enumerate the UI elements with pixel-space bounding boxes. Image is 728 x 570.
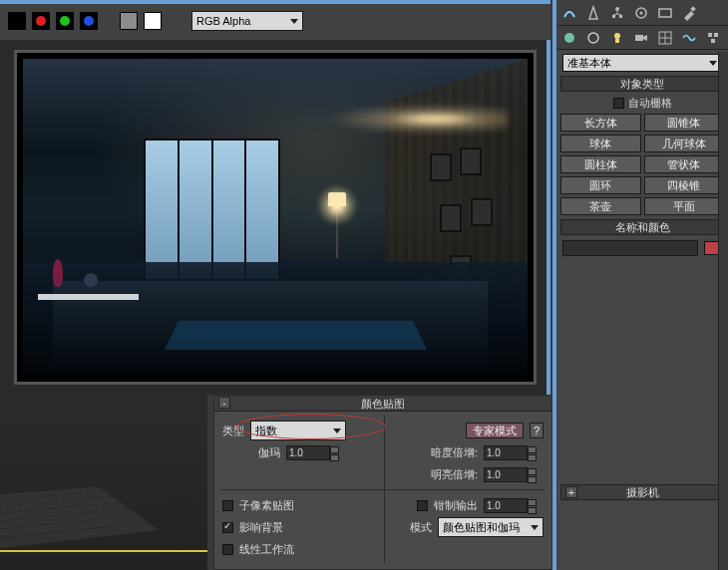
clamp-value: 1.0 — [487, 500, 501, 511]
channel-swatch-rgb[interactable] — [144, 12, 162, 30]
command-panel-tabs — [556, 0, 728, 26]
render-window-toolbar: RGB Alpha — [0, 0, 550, 40]
chevron-down-icon — [290, 19, 298, 24]
subpixel-checkbox[interactable] — [222, 500, 233, 511]
section-name-color[interactable]: 名称和颜色 — [560, 219, 724, 235]
clamp-spinner[interactable]: 1.0 — [484, 498, 528, 513]
type-dropdown[interactable]: 指数 — [250, 421, 346, 440]
affect-bg-label: 影响背景 — [239, 520, 283, 535]
category-dropdown[interactable]: 准基本体 — [562, 54, 722, 72]
floor-tiles — [0, 486, 159, 548]
svg-rect-15 — [708, 33, 712, 37]
geometry-icon[interactable] — [560, 29, 578, 47]
perspective-viewport[interactable] — [0, 395, 207, 570]
mode-dropdown[interactable]: 颜色贴图和伽玛 — [438, 517, 544, 537]
render-frame — [0, 40, 550, 395]
autogrid-label: 自动栅格 — [628, 96, 672, 111]
modify-tab-icon[interactable] — [584, 4, 602, 22]
primitive-button[interactable]: 球体 — [560, 135, 641, 152]
linear-wf-label: 线性工作流 — [239, 542, 294, 557]
display-tab-icon[interactable] — [656, 4, 674, 22]
svg-rect-5 — [659, 9, 671, 17]
channel-swatch-blue[interactable] — [80, 12, 98, 30]
svg-rect-6 — [690, 6, 696, 12]
primitive-button[interactable]: 管状体 — [644, 155, 725, 173]
chevron-down-icon — [531, 525, 539, 530]
channel-dropdown-label: RGB Alpha — [196, 15, 250, 27]
channel-swatch-red[interactable] — [32, 12, 50, 30]
svg-rect-2 — [619, 15, 622, 18]
gamma-label: 伽玛 — [258, 445, 280, 460]
color-mapping-rollout: - 颜色贴图 类型 指数 专家模式 ? 伽玛 1.0 暗度倍增: 1.0 明亮倍… — [213, 395, 552, 570]
gamma-spinner[interactable]: 1.0 — [286, 445, 330, 460]
dark-mult-spinner[interactable]: 1.0 — [484, 445, 528, 460]
mode-value: 颜色贴图和伽玛 — [443, 520, 520, 535]
helpers-icon[interactable] — [656, 29, 674, 47]
svg-rect-16 — [714, 33, 718, 37]
linear-wf-checkbox[interactable] — [222, 544, 233, 555]
primitive-button[interactable]: 平面 — [644, 197, 725, 215]
bright-mult-spinner[interactable]: 1.0 — [484, 467, 528, 482]
clamp-checkbox[interactable] — [417, 500, 428, 511]
cameras-icon[interactable] — [632, 29, 650, 47]
bright-mult-value: 1.0 — [487, 469, 501, 480]
rollout-collapse-button[interactable]: - — [218, 397, 230, 409]
svg-rect-11 — [635, 35, 643, 41]
motion-tab-icon[interactable] — [632, 4, 650, 22]
affect-bg-checkbox[interactable] — [222, 522, 233, 533]
rollout-titlebar[interactable]: - 颜色贴图 — [214, 396, 551, 412]
create-tab-icon[interactable] — [560, 4, 578, 22]
section-expand-icon[interactable]: + — [565, 486, 577, 498]
primitive-button[interactable]: 茶壶 — [560, 197, 641, 215]
type-value: 指数 — [255, 424, 277, 438]
rollout-title: 颜色贴图 — [361, 398, 405, 410]
help-button[interactable]: ? — [530, 423, 544, 438]
section-object-type[interactable]: 对象类型 — [560, 76, 724, 92]
channel-swatch-green[interactable] — [56, 12, 74, 30]
subpixel-label: 子像素贴图 — [239, 498, 294, 513]
render-image[interactable] — [14, 50, 537, 385]
lights-icon[interactable] — [608, 29, 626, 47]
create-subcategory-icons — [556, 26, 728, 50]
chevron-down-icon — [333, 428, 341, 433]
svg-point-8 — [588, 33, 598, 43]
mode-label: 模式 — [410, 520, 432, 535]
svg-rect-17 — [711, 39, 715, 43]
channel-swatch-mono[interactable] — [8, 12, 26, 30]
svg-rect-1 — [612, 15, 615, 18]
svg-point-0 — [615, 7, 619, 11]
category-value: 准基本体 — [567, 56, 611, 71]
svg-point-7 — [564, 33, 574, 43]
panel-scrollbar[interactable] — [718, 52, 728, 570]
utilities-tab-icon[interactable] — [680, 4, 698, 22]
svg-rect-10 — [615, 39, 619, 43]
hierarchy-tab-icon[interactable] — [608, 4, 626, 22]
expert-mode-button[interactable]: 专家模式 — [466, 423, 524, 438]
dark-mult-label: 暗度倍增: — [431, 445, 478, 460]
object-name-field[interactable] — [562, 240, 698, 256]
type-label: 类型 — [222, 424, 244, 438]
svg-point-4 — [640, 11, 643, 14]
systems-icon[interactable] — [704, 29, 722, 47]
bright-mult-label: 明亮倍增: — [431, 467, 478, 482]
rendered-scene — [23, 59, 528, 376]
autogrid-checkbox[interactable] — [613, 98, 624, 109]
channel-swatch-alpha[interactable] — [120, 12, 138, 30]
primitive-button[interactable]: 长方体 — [560, 114, 641, 132]
chevron-down-icon — [709, 61, 717, 66]
channel-dropdown[interactable]: RGB Alpha — [191, 11, 303, 31]
gamma-value: 1.0 — [289, 447, 303, 458]
primitive-button[interactable]: 圆柱体 — [560, 155, 641, 173]
primitive-button[interactable]: 圆锥体 — [644, 114, 725, 132]
primitive-button[interactable]: 几何球体 — [644, 135, 725, 152]
section-camera-label: 摄影机 — [626, 486, 659, 498]
clamp-label: 钳制输出 — [434, 498, 478, 513]
primitive-button[interactable]: 四棱锥 — [644, 176, 725, 194]
primitive-button[interactable]: 圆环 — [560, 176, 641, 194]
shapes-icon[interactable] — [584, 29, 602, 47]
svg-point-9 — [614, 33, 620, 39]
spacewarps-icon[interactable] — [680, 29, 698, 47]
section-camera[interactable]: + 摄影机 — [560, 484, 724, 500]
command-panel: 准基本体 对象类型 自动栅格 长方体圆锥体球体几何球体圆柱体管状体圆环四棱锥茶壶… — [552, 0, 728, 570]
dark-mult-value: 1.0 — [487, 447, 501, 458]
